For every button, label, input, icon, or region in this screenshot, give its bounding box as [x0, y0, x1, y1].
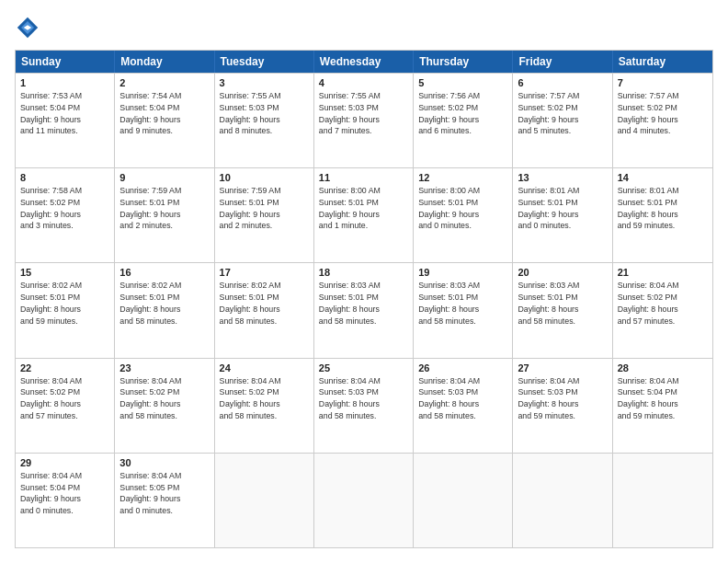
calendar-cell: 21Sunrise: 8:04 AM Sunset: 5:02 PM Dayli… — [613, 263, 712, 357]
calendar-cell: 1Sunrise: 7:53 AM Sunset: 5:04 PM Daylig… — [16, 74, 115, 167]
day-number: 1 — [20, 77, 109, 88]
calendar-cell: 24Sunrise: 8:04 AM Sunset: 5:02 PM Dayli… — [215, 359, 314, 453]
day-info: Sunrise: 7:58 AM Sunset: 5:02 PM Dayligh… — [20, 185, 109, 232]
calendar-body: 1Sunrise: 7:53 AM Sunset: 5:04 PM Daylig… — [16, 73, 712, 547]
calendar-cell: 6Sunrise: 7:57 AM Sunset: 5:02 PM Daylig… — [513, 74, 612, 167]
header-day: Tuesday — [215, 51, 314, 73]
day-number: 21 — [618, 267, 708, 278]
header-day: Monday — [115, 51, 214, 73]
day-number: 23 — [119, 362, 209, 373]
calendar-cell: 30Sunrise: 8:04 AM Sunset: 5:05 PM Dayli… — [115, 454, 214, 547]
day-number: 5 — [418, 77, 507, 88]
day-info: Sunrise: 7:59 AM Sunset: 5:01 PM Dayligh… — [220, 185, 309, 232]
day-info: Sunrise: 8:00 AM Sunset: 5:01 PM Dayligh… — [418, 185, 507, 232]
calendar-cell: 29Sunrise: 8:04 AM Sunset: 5:04 PM Dayli… — [16, 454, 115, 547]
day-info: Sunrise: 7:54 AM Sunset: 5:04 PM Dayligh… — [119, 90, 209, 137]
calendar-cell: 15Sunrise: 8:02 AM Sunset: 5:01 PM Dayli… — [16, 263, 115, 357]
calendar-cell: 8Sunrise: 7:58 AM Sunset: 5:02 PM Daylig… — [16, 168, 115, 262]
day-number: 9 — [119, 172, 209, 183]
day-number: 14 — [618, 172, 708, 183]
calendar-row: 8Sunrise: 7:58 AM Sunset: 5:02 PM Daylig… — [16, 167, 712, 262]
day-info: Sunrise: 8:02 AM Sunset: 5:01 PM Dayligh… — [119, 280, 209, 327]
header-day: Thursday — [414, 51, 513, 73]
day-number: 18 — [319, 267, 408, 278]
calendar-cell: 27Sunrise: 8:04 AM Sunset: 5:03 PM Dayli… — [513, 359, 612, 453]
calendar-cell: 18Sunrise: 8:03 AM Sunset: 5:01 PM Dayli… — [314, 263, 414, 357]
calendar-cell: 11Sunrise: 8:00 AM Sunset: 5:01 PM Dayli… — [314, 168, 414, 262]
calendar-cell: 26Sunrise: 8:04 AM Sunset: 5:03 PM Dayli… — [414, 359, 513, 453]
calendar-cell — [215, 454, 314, 547]
day-number: 29 — [20, 457, 109, 468]
calendar-cell — [513, 454, 612, 547]
calendar-cell: 2Sunrise: 7:54 AM Sunset: 5:04 PM Daylig… — [115, 74, 214, 167]
calendar-cell: 5Sunrise: 7:56 AM Sunset: 5:02 PM Daylig… — [414, 74, 513, 167]
day-number: 20 — [518, 267, 607, 278]
calendar-cell: 9Sunrise: 7:59 AM Sunset: 5:01 PM Daylig… — [115, 168, 214, 262]
day-number: 19 — [418, 267, 507, 278]
day-number: 24 — [220, 362, 309, 373]
header-day: Friday — [513, 51, 612, 73]
calendar-cell: 20Sunrise: 8:03 AM Sunset: 5:01 PM Dayli… — [513, 263, 612, 357]
day-number: 28 — [618, 362, 708, 373]
day-info: Sunrise: 8:04 AM Sunset: 5:03 PM Dayligh… — [418, 375, 507, 422]
day-number: 7 — [618, 77, 708, 88]
day-number: 6 — [518, 77, 607, 88]
calendar-cell — [314, 454, 414, 547]
day-number: 16 — [119, 267, 209, 278]
day-number: 30 — [119, 457, 209, 468]
day-info: Sunrise: 8:03 AM Sunset: 5:01 PM Dayligh… — [418, 280, 507, 327]
calendar-cell: 28Sunrise: 8:04 AM Sunset: 5:04 PM Dayli… — [613, 359, 712, 453]
day-number: 17 — [220, 267, 309, 278]
day-info: Sunrise: 8:04 AM Sunset: 5:02 PM Dayligh… — [20, 375, 109, 422]
calendar-cell: 13Sunrise: 8:01 AM Sunset: 5:01 PM Dayli… — [513, 168, 612, 262]
calendar-cell: 3Sunrise: 7:55 AM Sunset: 5:03 PM Daylig… — [215, 74, 314, 167]
day-info: Sunrise: 8:02 AM Sunset: 5:01 PM Dayligh… — [20, 280, 109, 327]
day-info: Sunrise: 8:04 AM Sunset: 5:05 PM Dayligh… — [119, 470, 209, 517]
day-number: 10 — [220, 172, 309, 183]
calendar-row: 15Sunrise: 8:02 AM Sunset: 5:01 PM Dayli… — [16, 262, 712, 357]
header-day: Sunday — [16, 51, 115, 73]
calendar-cell: 16Sunrise: 8:02 AM Sunset: 5:01 PM Dayli… — [115, 263, 214, 357]
header-day: Saturday — [613, 51, 712, 73]
day-info: Sunrise: 8:04 AM Sunset: 5:02 PM Dayligh… — [618, 280, 708, 327]
calendar-cell: 12Sunrise: 8:00 AM Sunset: 5:01 PM Dayli… — [414, 168, 513, 262]
day-number: 15 — [20, 267, 109, 278]
calendar-cell: 17Sunrise: 8:02 AM Sunset: 5:01 PM Dayli… — [215, 263, 314, 357]
calendar-cell: 19Sunrise: 8:03 AM Sunset: 5:01 PM Dayli… — [414, 263, 513, 357]
day-number: 4 — [319, 77, 408, 88]
day-info: Sunrise: 8:04 AM Sunset: 5:02 PM Dayligh… — [119, 375, 209, 422]
day-info: Sunrise: 7:53 AM Sunset: 5:04 PM Dayligh… — [20, 90, 109, 137]
page: SundayMondayTuesdayWednesdayThursdayFrid… — [0, 0, 728, 563]
day-info: Sunrise: 8:04 AM Sunset: 5:02 PM Dayligh… — [220, 375, 309, 422]
day-number: 11 — [319, 172, 408, 183]
day-info: Sunrise: 8:04 AM Sunset: 5:04 PM Dayligh… — [20, 470, 109, 517]
day-info: Sunrise: 7:55 AM Sunset: 5:03 PM Dayligh… — [319, 90, 408, 137]
calendar-cell: 25Sunrise: 8:04 AM Sunset: 5:03 PM Dayli… — [314, 359, 414, 453]
day-number: 22 — [20, 362, 109, 373]
calendar-cell: 10Sunrise: 7:59 AM Sunset: 5:01 PM Dayli… — [215, 168, 314, 262]
calendar-cell: 7Sunrise: 7:57 AM Sunset: 5:02 PM Daylig… — [613, 74, 712, 167]
calendar-cell: 4Sunrise: 7:55 AM Sunset: 5:03 PM Daylig… — [314, 74, 414, 167]
day-number: 26 — [418, 362, 507, 373]
day-info: Sunrise: 8:04 AM Sunset: 5:04 PM Dayligh… — [618, 375, 708, 422]
logo-icon — [15, 15, 40, 40]
day-info: Sunrise: 8:00 AM Sunset: 5:01 PM Dayligh… — [319, 185, 408, 232]
day-info: Sunrise: 7:56 AM Sunset: 5:02 PM Dayligh… — [418, 90, 507, 137]
calendar-row: 1Sunrise: 7:53 AM Sunset: 5:04 PM Daylig… — [16, 73, 712, 167]
calendar-cell: 23Sunrise: 8:04 AM Sunset: 5:02 PM Dayli… — [115, 359, 214, 453]
logo — [15, 15, 42, 40]
calendar-cell — [613, 454, 712, 547]
day-number: 2 — [119, 77, 209, 88]
calendar-header: SundayMondayTuesdayWednesdayThursdayFrid… — [16, 51, 712, 73]
day-number: 3 — [220, 77, 309, 88]
header-day: Wednesday — [314, 51, 414, 73]
day-number: 12 — [418, 172, 507, 183]
calendar-cell: 14Sunrise: 8:01 AM Sunset: 5:01 PM Dayli… — [613, 168, 712, 262]
day-number: 13 — [518, 172, 607, 183]
calendar-cell: 22Sunrise: 8:04 AM Sunset: 5:02 PM Dayli… — [16, 359, 115, 453]
day-info: Sunrise: 7:59 AM Sunset: 5:01 PM Dayligh… — [119, 185, 209, 232]
day-info: Sunrise: 8:01 AM Sunset: 5:01 PM Dayligh… — [618, 185, 708, 232]
calendar: SundayMondayTuesdayWednesdayThursdayFrid… — [15, 50, 713, 548]
day-number: 27 — [518, 362, 607, 373]
day-info: Sunrise: 7:55 AM Sunset: 5:03 PM Dayligh… — [220, 90, 309, 137]
